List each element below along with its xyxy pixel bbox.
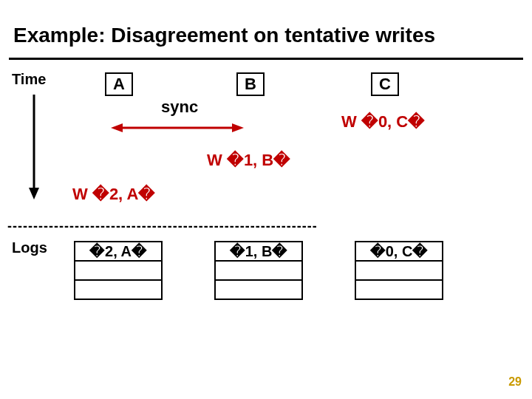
svg-marker-3 <box>111 123 123 132</box>
log-table-b: �1, B� <box>214 241 303 300</box>
log-entry: �2, A� <box>75 242 162 261</box>
svg-marker-4 <box>232 123 244 132</box>
write-event-c: W �0, C� <box>341 112 425 132</box>
horizontal-rule <box>9 58 523 60</box>
slide: Example: Disagreement on tentative write… <box>0 0 532 399</box>
arrow-left-right-icon <box>111 121 244 134</box>
log-entry-empty <box>75 261 162 280</box>
slide-title: Example: Disagreement on tentative write… <box>13 24 435 47</box>
log-entry-empty <box>215 280 302 299</box>
logs-label: Logs <box>12 239 47 256</box>
svg-marker-1 <box>29 188 39 200</box>
table-row: �0, C� <box>355 242 443 261</box>
arrow-down-icon <box>27 93 41 201</box>
table-row <box>75 261 162 280</box>
log-entry-empty <box>355 280 443 299</box>
table-row: �2, A� <box>75 242 162 261</box>
table-row <box>215 261 302 280</box>
write-event-a: W �2, A� <box>72 185 155 204</box>
table-row <box>215 280 302 299</box>
sync-label: sync <box>161 98 198 117</box>
node-box-c: C <box>371 72 399 96</box>
table-row: �1, B� <box>215 242 302 261</box>
log-entry: �0, C� <box>355 242 443 261</box>
time-label: Time <box>12 71 46 88</box>
node-box-a: A <box>105 72 133 96</box>
log-entry-empty <box>75 280 162 299</box>
node-box-b: B <box>236 72 265 96</box>
page-number: 29 <box>508 375 522 389</box>
table-row <box>75 280 162 299</box>
table-row <box>355 280 443 299</box>
log-table-c: �0, C� <box>355 241 443 300</box>
log-table-a: �2, A� <box>74 241 163 300</box>
log-entry-empty <box>355 261 443 280</box>
table-row <box>355 261 443 280</box>
write-event-b: W �1, B� <box>207 151 290 170</box>
log-entry: �1, B� <box>215 242 302 261</box>
divider-dashed: ----------------------------------------… <box>7 219 531 234</box>
log-entry-empty <box>215 261 302 280</box>
